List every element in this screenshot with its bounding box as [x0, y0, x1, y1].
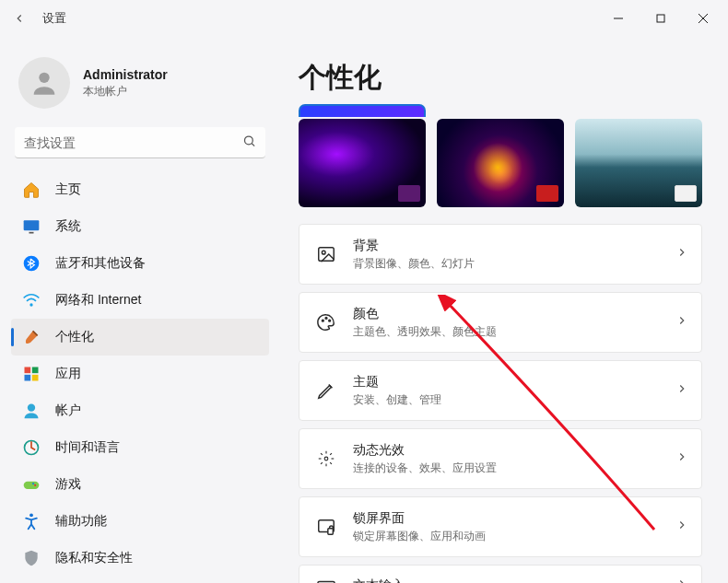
svg-rect-11 [25, 367, 31, 374]
card-title: 颜色 [353, 306, 497, 322]
gamepad-icon [22, 475, 41, 494]
svg-line-6 [252, 144, 254, 146]
svg-rect-13 [25, 375, 31, 381]
sidebar-item-label: 游戏 [55, 476, 81, 493]
card-dynamic-lighting[interactable]: 动态光效 连接的设备、效果、应用设置 [299, 428, 702, 489]
sidebar-item-personalization[interactable]: 个性化 [11, 319, 269, 356]
content-area: 个性化 背景 背景图像、颜色、幻灯片 颜色 主题色、透明 [276, 37, 728, 583]
accessibility-icon [22, 512, 41, 531]
maximize-icon [656, 14, 665, 23]
shield-icon [22, 549, 41, 567]
svg-rect-8 [29, 232, 34, 234]
card-title: 动态光效 [353, 442, 497, 459]
card-title: 主题 [353, 374, 441, 391]
theme-thumbnail[interactable] [437, 119, 564, 207]
app-title: 设置 [42, 10, 66, 27]
card-lockscreen[interactable]: 锁屏界面 锁定屏幕图像、应用和动画 [299, 496, 702, 557]
card-text-input[interactable]: 文本输入 [299, 565, 702, 583]
sidebar-item-label: 时间和语言 [55, 439, 120, 456]
bluetooth-icon [22, 254, 41, 273]
user-name: Administrator [83, 67, 168, 82]
svg-point-4 [39, 73, 49, 83]
monitor-icon [22, 217, 41, 236]
card-sub: 锁定屏幕图像、应用和动画 [353, 529, 486, 544]
sidebar-item-label: 应用 [55, 366, 81, 382]
user-account-type: 本地帐户 [83, 84, 168, 99]
user-block[interactable]: Administrator 本地帐户 [11, 48, 269, 127]
sidebar-item-time-language[interactable]: 时间和语言 [11, 429, 269, 466]
theme-thumbnail[interactable] [575, 119, 702, 207]
card-title: 背景 [353, 238, 475, 254]
svg-point-5 [245, 136, 253, 145]
svg-point-19 [32, 483, 34, 484]
svg-rect-12 [32, 367, 39, 374]
svg-point-22 [322, 251, 325, 254]
minimize-button[interactable] [597, 0, 640, 37]
svg-line-33 [321, 462, 323, 464]
sidebar-item-label: 辅助功能 [55, 513, 107, 530]
chevron-right-icon [675, 450, 688, 467]
svg-line-32 [330, 462, 332, 464]
back-button[interactable] [4, 3, 35, 34]
card-sub: 连接的设备、效果、应用设置 [353, 461, 497, 476]
sidebar-item-label: 隐私和安全性 [55, 550, 133, 566]
search-icon [242, 134, 256, 152]
card-sub: 背景图像、颜色、幻灯片 [353, 256, 475, 272]
keyboard-icon [316, 576, 336, 583]
close-button[interactable] [682, 0, 724, 37]
theme-selected-edge [299, 104, 702, 117]
palette-icon [316, 312, 336, 332]
svg-rect-36 [328, 529, 334, 534]
brush-icon [22, 328, 41, 346]
person-icon [22, 402, 41, 420]
sidebar-item-label: 蓝牙和其他设备 [55, 255, 146, 272]
sidebar-item-accounts[interactable]: 帐户 [11, 392, 269, 429]
svg-rect-1 [657, 15, 664, 22]
chevron-right-icon [675, 519, 688, 535]
svg-rect-14 [32, 375, 39, 381]
sidebar-item-privacy[interactable]: 隐私和安全性 [11, 540, 269, 577]
sidebar-item-accessibility[interactable]: 辅助功能 [11, 503, 269, 540]
sidebar-item-system[interactable]: 系统 [11, 208, 269, 245]
svg-line-34 [330, 453, 332, 455]
svg-point-26 [324, 457, 328, 461]
card-background[interactable]: 背景 背景图像、颜色、幻灯片 [299, 224, 702, 285]
svg-point-15 [28, 404, 35, 412]
sidebar-item-apps[interactable]: 应用 [11, 356, 269, 392]
sidebar-item-label: 主页 [55, 181, 81, 198]
sidebar-item-network[interactable]: 网络和 Internet [11, 282, 269, 319]
svg-rect-7 [24, 220, 40, 230]
svg-rect-17 [24, 482, 40, 489]
card-themes[interactable]: 主题 安装、创建、管理 [299, 360, 702, 421]
close-icon [699, 14, 708, 23]
search-input[interactable] [15, 127, 265, 158]
apps-icon [22, 365, 41, 383]
sidebar-item-label: 帐户 [55, 402, 81, 419]
svg-point-18 [34, 484, 36, 486]
sidebar-item-gaming[interactable]: 游戏 [11, 466, 269, 503]
titlebar: 设置 [0, 0, 728, 37]
card-title: 文本输入 [353, 577, 405, 583]
page-title: 个性化 [299, 59, 702, 97]
svg-line-31 [321, 453, 323, 455]
wifi-icon [22, 291, 41, 309]
sidebar-item-label: 个性化 [55, 329, 94, 345]
card-colors[interactable]: 颜色 主题色、透明效果、颜色主题 [299, 292, 702, 353]
sidebar-item-home[interactable]: 主页 [11, 171, 269, 208]
arrow-left-icon [13, 12, 26, 25]
maximize-button[interactable] [640, 0, 682, 37]
sparkle-icon [316, 449, 336, 469]
theme-thumbnail[interactable] [299, 119, 426, 207]
pen-icon [316, 380, 336, 401]
home-icon [22, 181, 41, 199]
svg-point-20 [29, 513, 33, 517]
card-sub: 主题色、透明效果、颜色主题 [353, 324, 497, 340]
image-icon [316, 244, 336, 264]
minimize-icon [614, 14, 623, 23]
lockscreen-icon [316, 517, 336, 537]
globe-clock-icon [22, 438, 41, 457]
svg-point-25 [329, 320, 331, 321]
sidebar-item-bluetooth[interactable]: 蓝牙和其他设备 [11, 245, 269, 282]
svg-rect-21 [319, 248, 335, 262]
sidebar-item-label: 网络和 Internet [55, 292, 141, 309]
